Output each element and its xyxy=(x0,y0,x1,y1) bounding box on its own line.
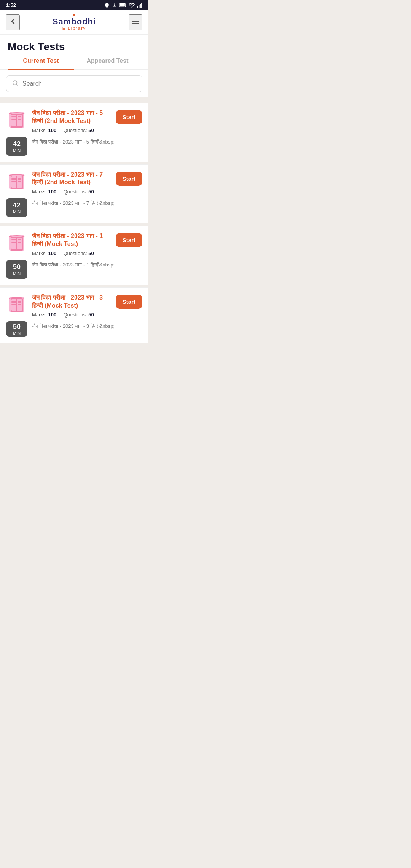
time-badge-1: 42 MIN xyxy=(6,137,27,156)
svg-rect-51 xyxy=(18,304,21,305)
svg-rect-26 xyxy=(11,178,16,179)
search-input[interactable] xyxy=(22,80,137,87)
test-desc-1: जैन विद्या परीक्षा - 2023 भाग - 5 हिन्दी… xyxy=(32,137,142,156)
test-card: जैन विद्या परीक्षा - 2023 भाग - 3 हिन्दी… xyxy=(0,287,148,343)
test-card-bottom-4: 50 MIN जैन विद्या परीक्षा - 2023 भाग - 3… xyxy=(6,321,142,337)
test-desc-2: जैन विद्या परीक्षा - 2023 भाग - 7 हिन्दी… xyxy=(32,198,142,217)
wifi-icon xyxy=(129,3,135,8)
svg-rect-6 xyxy=(141,3,142,8)
svg-rect-39 xyxy=(18,239,21,240)
app-logo: Sambodhi E-Library xyxy=(53,14,96,30)
test-info-2: जैन विद्या परीक्षा - 2023 भाग - 7 हिन्दी… xyxy=(32,171,111,195)
test-meta-4: Marks: 100 Questions: 50 xyxy=(32,312,111,318)
test-meta-1: Marks: 100 Questions: 50 xyxy=(32,128,111,133)
test-desc-3: जैन विद्या परीक्षा - 2023 भाग - 1 हिन्दी… xyxy=(32,260,142,279)
book-icon xyxy=(6,294,27,315)
svg-rect-18 xyxy=(11,119,16,120)
test-card-bottom-2: 42 MIN जैन विद्या परीक्षा - 2023 भाग - 7… xyxy=(6,198,142,217)
app-header: Sambodhi E-Library xyxy=(0,10,148,35)
test-card-bottom-1: 42 MIN जैन विद्या परीक्षा - 2023 भाग - 5… xyxy=(6,137,142,156)
book-icon xyxy=(6,232,27,254)
test-card-top-3: जैन विद्या परीक्षा - 2023 भाग - 1 हिन्दी… xyxy=(6,232,142,256)
menu-icon xyxy=(131,17,140,26)
logo-s: S xyxy=(53,17,59,26)
time-badge-4: 50 MIN xyxy=(6,321,27,337)
test-meta-3: Marks: 100 Questions: 50 xyxy=(32,251,111,256)
start-button-4[interactable]: Start xyxy=(116,295,142,309)
start-button-2[interactable]: Start xyxy=(116,172,142,186)
data-icon xyxy=(112,3,117,8)
test-list: जैन विद्या परीक्षा - 2023 भाग - 5 हिन्दी… xyxy=(0,97,148,348)
svg-rect-31 xyxy=(18,181,21,182)
svg-rect-48 xyxy=(11,304,16,305)
svg-rect-27 xyxy=(11,179,16,180)
status-bar: 1:52 xyxy=(0,0,148,10)
test-title-4: जैन विद्या परीक्षा - 2023 भाग - 3 हिन्दी… xyxy=(32,294,111,310)
test-title-1: जैन विद्या परीक्षा - 2023 भाग - 5 हिन्दी… xyxy=(32,109,111,125)
svg-rect-29 xyxy=(18,178,21,179)
search-box xyxy=(6,75,142,92)
test-card: जैन विद्या परीक्षा - 2023 भाग - 7 हिन्दी… xyxy=(0,164,148,224)
svg-rect-5 xyxy=(140,3,141,8)
svg-rect-28 xyxy=(11,181,16,182)
svg-rect-2 xyxy=(120,4,125,6)
svg-line-11 xyxy=(16,84,18,86)
svg-rect-40 xyxy=(18,241,21,241)
test-info-3: जैन विद्या परीक्षा - 2023 भाग - 1 हिन्दी… xyxy=(32,232,111,256)
tabs-container: Current Test Appeared Test xyxy=(0,53,148,70)
test-card-top-1: जैन विद्या परीक्षा - 2023 भाग - 5 हिन्दी… xyxy=(6,109,142,133)
test-desc-4: जैन विद्या परीक्षा - 2023 भाग - 3 हिन्दी… xyxy=(32,321,142,337)
svg-rect-20 xyxy=(18,118,21,118)
search-icon xyxy=(12,80,19,88)
test-card-top-4: जैन विद्या परीक्षा - 2023 भाग - 3 हिन्दी… xyxy=(6,294,142,318)
test-card: जैन विद्या परीक्षा - 2023 भाग - 5 हिन्दी… xyxy=(0,103,148,162)
status-icons xyxy=(104,3,142,8)
test-meta-2: Marks: 100 Questions: 50 xyxy=(32,189,111,195)
logo-text: Sambodhi xyxy=(53,17,96,27)
page-title: Mock Tests xyxy=(8,41,141,53)
svg-rect-19 xyxy=(18,116,21,117)
svg-rect-16 xyxy=(11,116,16,117)
svg-rect-37 xyxy=(11,241,16,241)
svg-rect-21 xyxy=(18,119,21,120)
back-button[interactable] xyxy=(6,14,20,30)
start-button-3[interactable]: Start xyxy=(116,233,142,247)
test-title-3: जैन विद्या परीक्षा - 2023 भाग - 1 हिन्दी… xyxy=(32,232,111,248)
battery-icon xyxy=(119,3,126,8)
signal-icon xyxy=(137,3,142,8)
svg-rect-36 xyxy=(11,239,16,240)
start-button-1[interactable]: Start xyxy=(116,110,142,124)
svg-rect-47 xyxy=(11,302,16,303)
status-time: 1:52 xyxy=(6,2,16,8)
bottom-bar xyxy=(0,348,148,356)
logo-subtitle: E-Library xyxy=(62,26,86,30)
test-info-4: जैन विद्या परीक्षा - 2023 भाग - 3 हिन्दी… xyxy=(32,294,111,318)
book-icon xyxy=(6,171,27,192)
time-badge-2: 42 MIN xyxy=(6,198,27,217)
menu-button[interactable] xyxy=(129,14,142,30)
svg-rect-17 xyxy=(11,118,16,118)
page-title-area: Mock Tests xyxy=(0,35,148,53)
svg-rect-46 xyxy=(11,301,16,302)
test-card-bottom-3: 50 MIN जैन विद्या परीक्षा - 2023 भाग - 1… xyxy=(6,260,142,279)
logo-dot xyxy=(73,14,75,16)
svg-rect-4 xyxy=(139,5,139,8)
svg-rect-1 xyxy=(126,4,126,6)
svg-rect-49 xyxy=(18,301,21,302)
svg-rect-30 xyxy=(18,179,21,180)
shield-icon xyxy=(104,3,110,8)
svg-rect-3 xyxy=(137,6,138,8)
test-title-2: जैन विद्या परीक्षा - 2023 भाग - 7 हिन्दी… xyxy=(32,171,111,187)
test-info-1: जैन विद्या परीक्षा - 2023 भाग - 5 हिन्दी… xyxy=(32,109,111,133)
tab-appeared-test[interactable]: Appeared Test xyxy=(74,57,141,70)
svg-rect-38 xyxy=(11,242,16,243)
back-icon xyxy=(8,17,18,26)
svg-rect-50 xyxy=(18,302,21,303)
test-card: जैन विद्या परीक्षा - 2023 भाग - 1 हिन्दी… xyxy=(0,226,148,285)
book-icon xyxy=(6,109,27,131)
search-area xyxy=(0,70,148,97)
test-card-top-2: जैन विद्या परीक्षा - 2023 भाग - 7 हिन्दी… xyxy=(6,171,142,195)
time-badge-3: 50 MIN xyxy=(6,260,27,279)
logo-ambodhi: ambodhi xyxy=(59,17,96,26)
tab-current-test[interactable]: Current Test xyxy=(8,57,74,70)
